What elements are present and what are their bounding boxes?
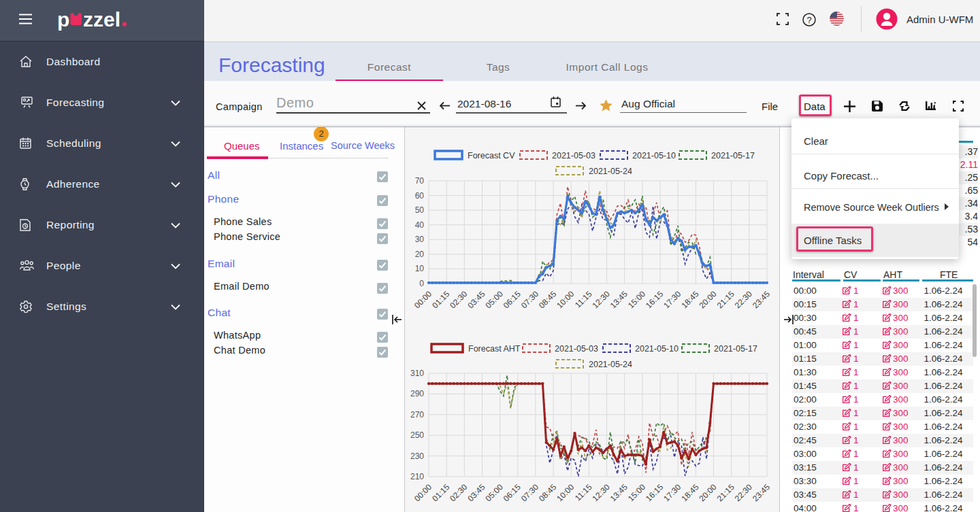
- svg-text:20:00: 20:00: [697, 482, 718, 503]
- svg-text:p: p: [57, 8, 69, 31]
- svg-text:15:00: 15:00: [626, 482, 647, 503]
- svg-text:06:15: 06:15: [502, 482, 523, 503]
- svg-text:01:15: 01:15: [430, 289, 451, 310]
- svg-text:16:15: 16:15: [644, 482, 665, 503]
- svg-text:310: 310: [410, 369, 424, 378]
- svg-text:0: 0: [419, 279, 424, 288]
- svg-text:00:00: 00:00: [412, 289, 434, 310]
- svg-text:30: 30: [415, 235, 425, 244]
- svg-text:Forecast CV: Forecast CV: [468, 151, 515, 160]
- svg-text:10: 10: [415, 264, 425, 273]
- svg-text:2021-05-17: 2021-05-17: [711, 151, 755, 160]
- svg-text:2021-05-10: 2021-05-10: [635, 344, 679, 354]
- svg-text:20:00: 20:00: [697, 289, 718, 310]
- svg-text:02:30: 02:30: [448, 482, 469, 503]
- svg-text:2021-05-03: 2021-05-03: [552, 151, 595, 160]
- svg-text:290: 290: [410, 389, 424, 398]
- svg-text:270: 270: [410, 410, 424, 420]
- svg-text:10:00: 10:00: [555, 482, 576, 503]
- svg-text:03:45: 03:45: [466, 289, 487, 310]
- svg-text:12:30: 12:30: [591, 482, 612, 503]
- svg-text:13:45: 13:45: [608, 482, 630, 503]
- svg-text:230: 230: [410, 451, 424, 461]
- svg-text:17:30: 17:30: [662, 482, 683, 503]
- svg-text:2021-05-10: 2021-05-10: [632, 151, 676, 160]
- svg-text:40: 40: [415, 220, 425, 230]
- svg-text:07:30: 07:30: [519, 482, 540, 503]
- svg-text:22:30: 22:30: [733, 482, 754, 503]
- svg-text:17:30: 17:30: [662, 289, 683, 310]
- svg-text:08:45: 08:45: [537, 482, 558, 503]
- svg-text:13:45: 13:45: [608, 289, 630, 310]
- svg-text:12:30: 12:30: [591, 289, 612, 310]
- svg-text:60: 60: [415, 191, 425, 201]
- svg-text:70: 70: [415, 176, 425, 186]
- svg-text:18:45: 18:45: [679, 482, 700, 503]
- svg-text:Forecast AHT: Forecast AHT: [468, 344, 521, 354]
- svg-text:23:45: 23:45: [751, 289, 772, 310]
- svg-text:05:00: 05:00: [484, 289, 505, 310]
- svg-text:05:00: 05:00: [484, 482, 505, 503]
- svg-text:06:15: 06:15: [502, 289, 523, 310]
- svg-text:07:30: 07:30: [519, 289, 540, 310]
- svg-text:22:30: 22:30: [733, 289, 754, 310]
- svg-text:11:15: 11:15: [573, 289, 594, 310]
- svg-text:08:45: 08:45: [537, 289, 558, 310]
- svg-text:zzel: zzel: [83, 8, 120, 31]
- svg-text:02:30: 02:30: [448, 289, 469, 310]
- svg-text:03:45: 03:45: [466, 482, 487, 503]
- svg-text:20: 20: [415, 250, 425, 259]
- svg-text:250: 250: [410, 430, 424, 440]
- svg-text:01:15: 01:15: [430, 482, 451, 503]
- svg-text:11:15: 11:15: [573, 482, 594, 503]
- svg-text:?: ?: [806, 15, 811, 25]
- svg-text:21:15: 21:15: [715, 482, 736, 503]
- svg-text:21:15: 21:15: [715, 289, 736, 310]
- svg-text:00:00: 00:00: [412, 482, 434, 503]
- svg-text:18:45: 18:45: [679, 289, 700, 310]
- svg-text:50: 50: [415, 205, 425, 215]
- svg-text:10:00: 10:00: [555, 289, 576, 310]
- svg-text:210: 210: [410, 472, 424, 481]
- svg-text:2021-05-24: 2021-05-24: [589, 167, 632, 176]
- svg-text:23:45: 23:45: [751, 482, 772, 503]
- svg-text:15:00: 15:00: [626, 289, 647, 310]
- svg-text:2021-05-24: 2021-05-24: [589, 360, 632, 369]
- svg-text:16:15: 16:15: [644, 289, 665, 310]
- svg-text:2021-05-03: 2021-05-03: [555, 344, 598, 354]
- svg-text:2021-05-17: 2021-05-17: [714, 344, 757, 354]
